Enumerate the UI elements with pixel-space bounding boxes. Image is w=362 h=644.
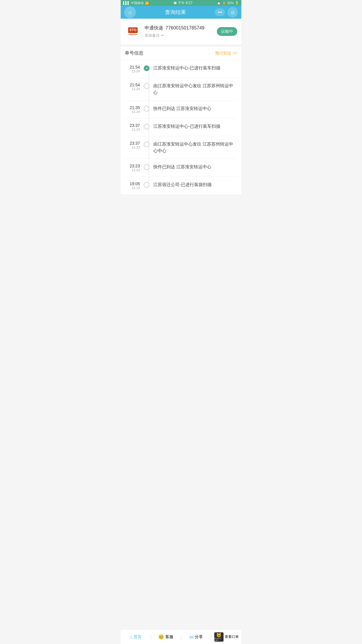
status-badge: 运输中 — [217, 27, 237, 36]
package-name-row: 申通快递 776001501785749 — [145, 25, 217, 31]
event-date: 11-24 — [125, 69, 140, 73]
status-bar: ▌▌▌ 中国移动 📶 ☎ 下午 8:27 ⏰ 🔒 32% 🔋 — [121, 0, 241, 6]
timeline-time: 21:35 11-24 — [125, 105, 142, 113]
package-remark[interactable]: 添加备注 ✏ — [145, 33, 217, 38]
timeline-line — [142, 123, 151, 130]
event-time: 21:54 — [125, 65, 140, 69]
lock-icon: 🔒 — [222, 1, 226, 5]
timeline-event-text: 快件已到达 江苏淮安转运中心 — [151, 105, 237, 112]
battery-icon: 🔋 — [235, 1, 239, 5]
timeline-event-text: 快件已到达 江苏淮安转运中心 — [151, 164, 237, 170]
timeline-event-text: 江苏淮安转运中心-已进行装车扫描 — [151, 123, 237, 130]
more-button[interactable]: ••• — [215, 8, 225, 16]
estimated-arrival-link[interactable]: 预计到达 >> — [215, 51, 237, 56]
nav-bar: ⌂ 查询结果 ••• ⊙ — [121, 6, 241, 19]
timeline-time: 21:54 11-24 — [125, 65, 142, 73]
remark-label: 添加备注 — [145, 33, 160, 38]
timeline-line — [142, 181, 151, 188]
event-date: 11-24 — [125, 110, 140, 113]
event-date: 11-23 — [125, 128, 140, 131]
nav-right-actions: ••• ⊙ — [215, 7, 238, 18]
timeline-dot — [144, 83, 150, 89]
event-time: 19:05 — [125, 181, 140, 186]
carrier-name: 申通快递 — [145, 25, 163, 31]
timeline-line — [142, 83, 151, 89]
event-time: 23:37 — [125, 141, 140, 146]
edit-icon: ✏ — [161, 33, 164, 38]
sto-logo-container: STO express — [125, 24, 141, 39]
event-time: 23:23 — [125, 164, 140, 168]
timeline-item: 21:35 11-24 快件已到达 江苏淮安转运中心 — [125, 101, 237, 118]
scan-button[interactable]: ⊙ — [227, 7, 238, 18]
timeline-line — [142, 105, 151, 112]
timeline-item: 23:37 11-23 由江苏淮安转运中心发往 江苏苏州转运中心中心 — [125, 136, 237, 159]
event-time: 21:54 — [125, 83, 140, 87]
section-header: 单号信息 预计到达 >> — [121, 47, 241, 60]
timeline-time: 23:37 11-23 — [125, 123, 142, 131]
timeline-dot — [144, 141, 150, 147]
scan-icon: ⊙ — [231, 10, 235, 15]
timeline-dot — [144, 65, 150, 71]
status-bar-right: ⏰ 🔒 32% 🔋 — [217, 1, 239, 5]
timeline-item: 23:23 11-23 快件已到达 江苏淮安转运中心 — [125, 159, 237, 177]
home-nav-button[interactable]: ⌂ — [124, 6, 136, 18]
timeline-item: 21:54 11-24 由江苏淮安转运中心发往 江苏苏州转运中心 — [125, 78, 237, 101]
event-date: 11-24 — [125, 87, 140, 91]
timeline-event-text: 由江苏淮安转运中心发往 江苏苏州转运中心中心 — [151, 141, 237, 154]
timeline-time: 19:05 11-23 — [125, 181, 142, 190]
event-date: 11-23 — [125, 146, 140, 149]
timeline-dot — [144, 106, 150, 112]
package-info: 申通快递 776001501785749 添加备注 ✏ — [145, 25, 217, 38]
timeline-line — [142, 141, 151, 147]
signal-icon: ▌▌▌ — [123, 1, 130, 5]
timeline-item: 19:05 11-23 江苏宿迁公司-已进行装袋扫描 — [125, 177, 237, 194]
event-time: 21:35 — [125, 105, 140, 110]
timeline-time: 21:54 11-24 — [125, 83, 142, 91]
timeline-event-text: 江苏宿迁公司-已进行装袋扫描 — [151, 181, 237, 188]
event-time: 23:37 — [125, 123, 140, 128]
status-bar-time: ☎ 下午 8:27 — [173, 1, 193, 6]
carrier-logo: STO express — [125, 23, 141, 40]
timeline-line — [142, 65, 151, 71]
package-card: STO express 申通快递 776001501785749 添加备注 ✏ … — [121, 19, 241, 44]
page-title: 查询结果 — [165, 9, 186, 16]
battery-text: 32% — [227, 1, 234, 5]
timeline: 21:54 11-24 江苏淮安转运中心-已进行装车扫描 21:54 11-24… — [121, 60, 241, 194]
timeline-dot — [144, 124, 150, 130]
event-date: 11-23 — [125, 186, 140, 190]
timeline-event-text: 江苏淮安转运中心-已进行装车扫描 — [151, 65, 237, 71]
timeline-line — [142, 164, 151, 170]
timeline-item: 23:37 11-23 江苏淮安转运中心-已进行装车扫描 — [125, 118, 237, 136]
timeline-dot — [144, 164, 150, 170]
carrier-name: 中国移动 — [131, 1, 144, 5]
timeline-item: 21:54 11-24 江苏淮安转运中心-已进行装车扫描 — [125, 60, 237, 78]
section-title: 单号信息 — [125, 50, 143, 56]
call-icon: ☎ — [173, 1, 178, 5]
home-icon: ⌂ — [129, 9, 132, 15]
sto-box: STO — [128, 27, 138, 33]
timeline-time: 23:23 11-23 — [125, 164, 142, 172]
timeline-event-text: 由江苏淮安转运中心发往 江苏苏州转运中心 — [151, 83, 237, 96]
alarm-icon: ⏰ — [217, 1, 221, 5]
tracking-number: 776001501785749 — [166, 25, 204, 31]
timeline-dot — [144, 182, 150, 188]
wifi-icon: 📶 — [145, 1, 149, 5]
sto-express-text: express — [129, 33, 137, 36]
timeline-time: 23:37 11-23 — [125, 141, 142, 149]
event-date: 11-23 — [125, 168, 140, 172]
status-bar-left: ▌▌▌ 中国移动 📶 — [123, 1, 149, 5]
